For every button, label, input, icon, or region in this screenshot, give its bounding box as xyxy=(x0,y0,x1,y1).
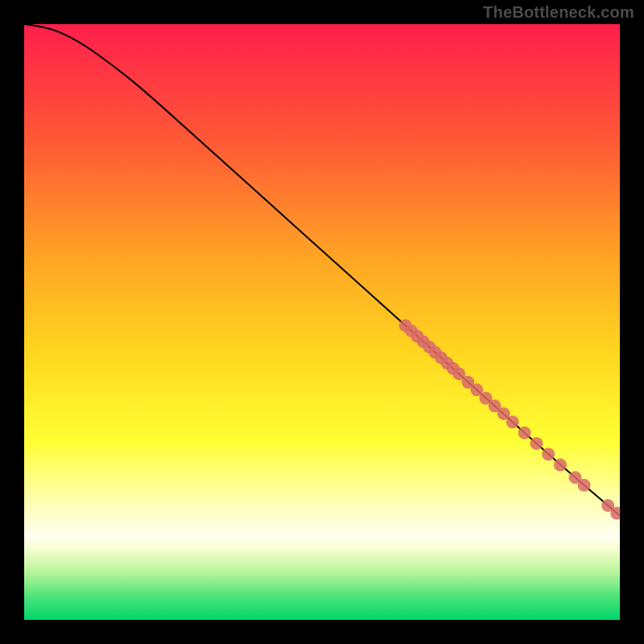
chart-marker xyxy=(542,448,555,460)
watermark-label: TheBottleneck.com xyxy=(483,3,634,22)
chart-marker xyxy=(578,479,591,492)
chart-marker xyxy=(530,437,543,450)
chart-marker xyxy=(610,507,623,520)
gradient-plot-background xyxy=(24,24,620,620)
chart-marker xyxy=(554,459,567,472)
chart-stage: TheBottleneck.com xyxy=(0,0,644,644)
chart-svg xyxy=(0,0,644,644)
chart-marker xyxy=(506,415,519,428)
chart-marker xyxy=(518,427,531,440)
